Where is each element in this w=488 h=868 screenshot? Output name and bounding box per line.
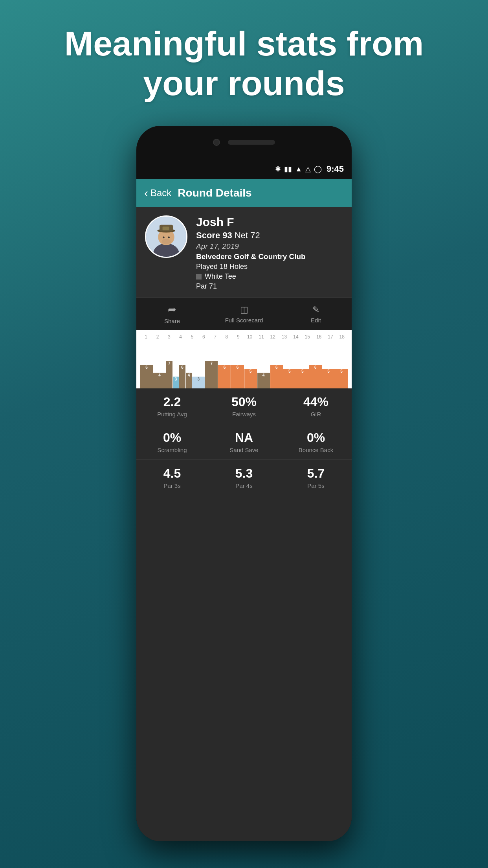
nav-title: Round Details xyxy=(178,187,251,199)
bar-4b: 4 xyxy=(186,373,192,388)
hole-13: 13 xyxy=(280,334,289,340)
bar-6a: 7 xyxy=(205,361,218,388)
stat-fairways-value: 50% xyxy=(231,395,257,409)
bar-15a: 5 xyxy=(322,369,335,388)
stat-gir-value: 44% xyxy=(303,395,328,409)
svg-point-8 xyxy=(162,239,171,244)
bluetooth-icon: ✱ xyxy=(275,165,281,173)
action-buttons: ➦ Share ◫ Full Scorecard ✎ Edit xyxy=(136,298,352,330)
hole-9: 9 xyxy=(233,334,243,340)
avatar-container xyxy=(145,215,187,291)
stat-scrambling-value: 0% xyxy=(163,430,181,445)
edit-button[interactable]: ✎ Edit xyxy=(280,298,352,330)
bar-group-16: 5 xyxy=(335,369,348,388)
stat-par3-label: Par 3s xyxy=(163,482,180,489)
bar-group-8: 6 xyxy=(231,365,244,388)
status-bar: ✱ ▮▮ ▲ △ ◯ 9:45 xyxy=(136,159,352,179)
net-score: Net 72 xyxy=(235,230,260,240)
hole-12: 12 xyxy=(268,334,277,340)
stat-sand-value: NA xyxy=(235,430,253,445)
hole-15: 15 xyxy=(303,334,312,340)
bar-3b: 3 xyxy=(173,377,179,388)
chart-area: 1 2 3 4 5 6 7 8 9 10 11 12 13 14 15 16 1 xyxy=(136,330,352,388)
stat-par4: 5.3 Par 4s xyxy=(208,460,280,495)
stat-par5-value: 5.7 xyxy=(307,466,325,481)
avatar xyxy=(145,215,187,258)
stat-par3: 4.5 Par 3s xyxy=(136,460,208,495)
status-time: 9:45 xyxy=(327,164,344,174)
stat-sand-label: Sand Save xyxy=(229,447,258,453)
edit-icon: ✎ xyxy=(312,305,319,315)
hole-2: 2 xyxy=(153,334,162,340)
bar-10a: 4 xyxy=(257,373,270,388)
bar-group-2: 4 xyxy=(153,373,166,388)
svg-point-6 xyxy=(163,237,165,239)
bar-group-15: 5 xyxy=(322,369,335,388)
stat-putting-avg: 2.2 Putting Avg xyxy=(136,388,208,424)
profile-section: Josh F Score 93 Net 72 Apr 17, 2019 Belv… xyxy=(136,207,352,298)
score-line: Score 93 Net 72 xyxy=(196,230,343,241)
bar-group-5: 3 xyxy=(192,377,205,388)
wifi-icon: ▲ xyxy=(295,165,302,173)
bar-group-12: 5 xyxy=(283,369,296,388)
hole-1: 1 xyxy=(141,334,151,340)
hole-numbers-row: 1 2 3 4 5 6 7 8 9 10 11 12 13 14 15 16 1 xyxy=(140,334,348,340)
phone-speaker xyxy=(228,140,275,145)
hole-16: 16 xyxy=(314,334,324,340)
nav-bar: ‹ Back Round Details xyxy=(136,179,352,207)
bar-11a: 6 xyxy=(270,365,283,388)
phone-top-bezel xyxy=(136,126,352,159)
tee-square-icon xyxy=(196,274,202,280)
stat-bounce-label: Bounce Back xyxy=(299,447,333,453)
bar-1a: 6 xyxy=(140,365,153,388)
score-label: Score xyxy=(196,230,220,240)
back-button[interactable]: ‹ Back xyxy=(144,187,171,199)
bar-16a: 5 xyxy=(335,369,348,388)
hole-4: 4 xyxy=(176,334,185,340)
hole-7: 7 xyxy=(211,334,220,340)
stat-sand-save: NA Sand Save xyxy=(208,424,280,460)
edit-label: Edit xyxy=(311,317,321,324)
share-icon: ➦ xyxy=(168,303,176,316)
stat-bounce-value: 0% xyxy=(307,430,325,445)
hole-18: 18 xyxy=(337,334,347,340)
player-name: Josh F xyxy=(196,215,343,229)
scorecard-button[interactable]: ◫ Full Scorecard xyxy=(208,298,280,330)
par-line: Par 71 xyxy=(196,282,343,291)
bar-7a: 6 xyxy=(218,365,231,388)
hole-3: 3 xyxy=(164,334,174,340)
holes-line: Played 18 Holes xyxy=(196,263,343,271)
stats-row-1: 2.2 Putting Avg 50% Fairways 44% GIR xyxy=(136,388,352,424)
stat-par4-label: Par 4s xyxy=(235,482,252,489)
stat-gir: 44% GIR xyxy=(280,388,352,424)
bar-9a: 5 xyxy=(244,369,257,388)
hole-5: 5 xyxy=(187,334,197,340)
bar-group-1: 6 xyxy=(140,365,153,388)
bar-group-9: 5 xyxy=(244,369,257,388)
phone-frame: ✱ ▮▮ ▲ △ ◯ 9:45 ‹ Back Round Details xyxy=(136,126,352,841)
stat-fairways: 50% Fairways xyxy=(208,388,280,424)
stat-putting-value: 2.2 xyxy=(163,395,181,409)
signal-icon: △ xyxy=(305,165,311,173)
bar-5a: 3 xyxy=(192,377,205,388)
bar-group-3: 7 3 xyxy=(166,361,179,388)
phone-camera xyxy=(213,139,220,146)
scorecard-icon: ◫ xyxy=(240,305,248,315)
stat-par3-value: 4.5 xyxy=(163,466,181,481)
hero-section: Meaningful stats from your rounds xyxy=(0,24,488,103)
back-label: Back xyxy=(150,188,171,199)
share-button[interactable]: ➦ Share xyxy=(136,298,208,330)
hole-10: 10 xyxy=(245,334,255,340)
stat-par4-value: 5.3 xyxy=(235,466,253,481)
bar-group-10: 4 xyxy=(257,373,270,388)
bar-chart: 6 4 7 3 6 4 xyxy=(140,341,348,388)
bar-group-4: 6 4 xyxy=(179,365,192,388)
bar-2a: 4 xyxy=(153,373,166,388)
svg-rect-5 xyxy=(163,227,169,230)
share-label: Share xyxy=(164,318,180,324)
bar-group-6: 7 xyxy=(205,361,218,388)
bar-14a: 6 xyxy=(309,365,322,388)
app-screen: ✱ ▮▮ ▲ △ ◯ 9:45 ‹ Back Round Details xyxy=(136,159,352,841)
back-arrow-icon: ‹ xyxy=(144,187,148,199)
stats-row-3: 4.5 Par 3s 5.3 Par 4s 5.7 Par 5s xyxy=(136,460,352,495)
